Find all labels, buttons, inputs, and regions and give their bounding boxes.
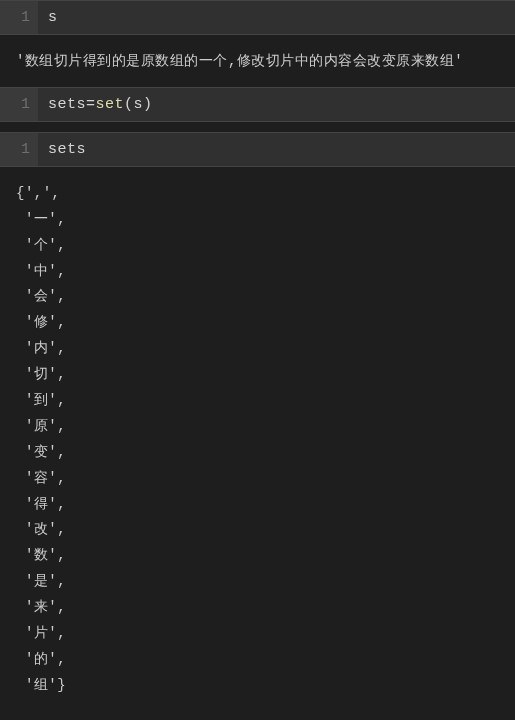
line-number: 1 <box>21 141 30 158</box>
code-cell[interactable]: 1 sets <box>0 132 515 167</box>
code-content[interactable]: s <box>38 1 68 34</box>
cell-output: {',', '一', '个', '中', '会', '修', '内', '切',… <box>0 167 515 711</box>
code-token: ) <box>143 96 153 113</box>
code-token: set <box>96 96 125 113</box>
code-cell[interactable]: 1 s <box>0 0 515 35</box>
cell-gap <box>0 122 515 132</box>
code-token: sets <box>48 96 86 113</box>
line-number: 1 <box>21 96 30 113</box>
code-content[interactable]: sets=set(s) <box>38 88 163 121</box>
line-number: 1 <box>21 9 30 26</box>
line-number-gutter: 1 <box>0 133 38 166</box>
code-token: sets <box>48 141 86 158</box>
cell-output: '数组切片得到的是原数组的一个,修改切片中的内容会改变原来数组' <box>0 35 515 87</box>
code-content[interactable]: sets <box>38 133 96 166</box>
code-token: = <box>86 96 96 113</box>
line-number-gutter: 1 <box>0 88 38 121</box>
code-token: s <box>134 96 144 113</box>
code-token: ( <box>124 96 134 113</box>
line-number-gutter: 1 <box>0 1 38 34</box>
code-token: s <box>48 9 58 26</box>
code-cell[interactable]: 1 sets=set(s) <box>0 87 515 122</box>
